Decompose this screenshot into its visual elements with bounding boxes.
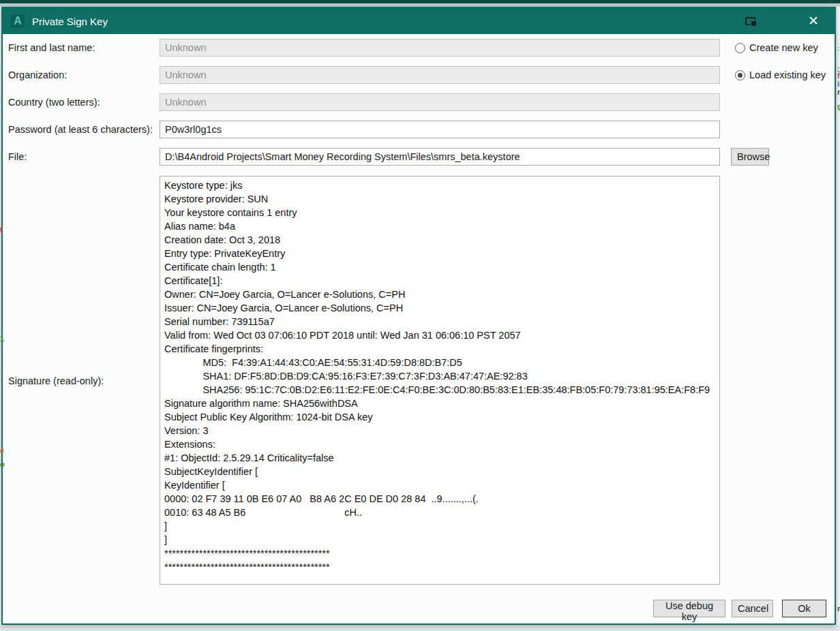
dialog-titlebar: A Private Sign Key ✕ bbox=[3, 8, 835, 34]
radio-load-label[interactable]: Load existing key bbox=[749, 70, 826, 80]
radio-load-existing-key[interactable]: Load existing key bbox=[735, 70, 826, 80]
file-label: File: bbox=[8, 151, 27, 162]
use-debug-key-button[interactable]: Use debug key bbox=[653, 600, 725, 617]
background-text-fragment: g bbox=[837, 103, 840, 110]
radio-create-label[interactable]: Create new key bbox=[749, 42, 818, 53]
password-field[interactable] bbox=[160, 121, 720, 138]
radio-create-icon[interactable] bbox=[735, 43, 745, 53]
country-field bbox=[160, 93, 720, 111]
password-label: Password (at least 6 characters): bbox=[8, 124, 153, 135]
signature-textarea[interactable]: Keystore type: jks Keystore provider: SU… bbox=[160, 176, 720, 585]
first-and-last-name-label: First and last name: bbox=[8, 42, 95, 53]
cancel-button[interactable]: Cancel bbox=[732, 600, 773, 617]
close-icon[interactable]: ✕ bbox=[805, 12, 822, 30]
background-text-fragment: nd bbox=[837, 89, 840, 96]
radio-load-icon[interactable] bbox=[735, 70, 745, 80]
background-text-fragment: m bbox=[837, 605, 840, 613]
radio-create-new-key[interactable]: Create new key bbox=[735, 42, 818, 53]
background-right-sliver bbox=[837, 7, 840, 625]
pin-window-icon[interactable] bbox=[745, 17, 755, 25]
background-text-fragment: t bbox=[0, 226, 3, 234]
background-text-fragment: f bbox=[837, 72, 840, 80]
background-text-fragment: o bbox=[0, 461, 5, 468]
country-label: Country (two letters): bbox=[8, 97, 100, 108]
ok-button[interactable]: Ok bbox=[782, 600, 826, 617]
screen-background: A Private Sign Key ✕ First and last name… bbox=[0, 0, 840, 631]
app-logo-icon: A bbox=[11, 14, 25, 28]
first-and-last-name-field bbox=[160, 39, 720, 57]
dialog-body: First and last name: Organization: Count… bbox=[3, 34, 835, 624]
background-text-fragment: e bbox=[0, 447, 4, 455]
browse-button[interactable]: Browse bbox=[731, 148, 769, 166]
background-bottom-sliver bbox=[0, 625, 840, 631]
window-title: Private Sign Key bbox=[32, 16, 108, 27]
background-text-fragment: il bbox=[837, 80, 840, 88]
organization-field bbox=[160, 66, 720, 84]
background-text-fragment: 1 bbox=[0, 335, 4, 343]
file-path-field[interactable] bbox=[160, 148, 720, 166]
background-text-fragment: : bbox=[837, 45, 840, 52]
organization-label: Organization: bbox=[8, 70, 67, 80]
private-sign-key-dialog: A Private Sign Key ✕ First and last name… bbox=[1, 7, 836, 625]
signature-label: Signature (read-only): bbox=[8, 375, 104, 386]
